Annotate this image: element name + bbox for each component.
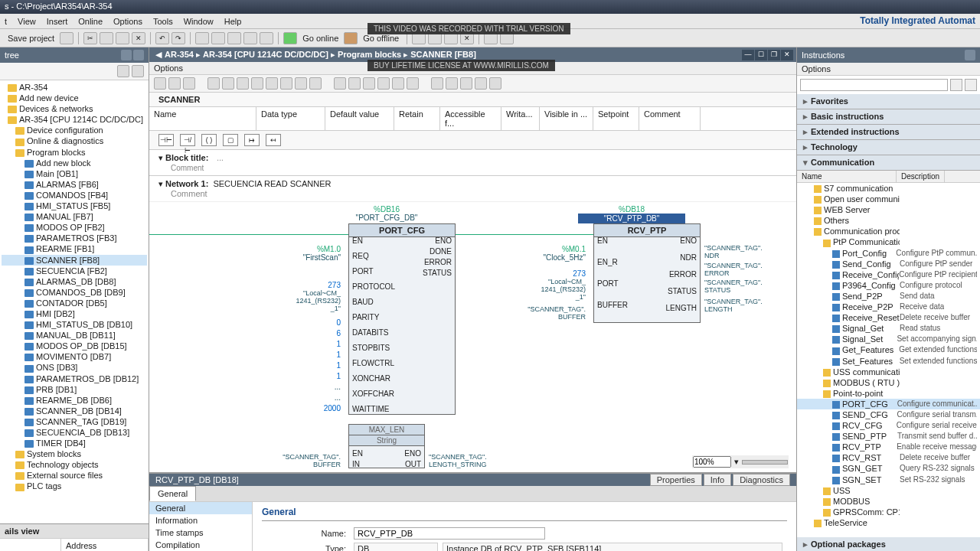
instr-item[interactable]: Get_FeaturesGet extended functions (797, 344, 980, 355)
tree-item[interactable]: ALARMAS_DB [DB8] (2, 276, 147, 287)
fb2-db-name[interactable]: "RCV_PTP_DB" (578, 214, 685, 223)
fb-port-cfg[interactable]: PORT_CFG ENREQPORTPROTOCOLBAUDPARITYDATA… (348, 223, 456, 415)
instr-item[interactable]: Set_FeaturesSet extended functions (797, 356, 980, 367)
box-icon[interactable]: ▢ (223, 134, 238, 146)
et3-icon[interactable] (183, 77, 195, 90)
tree-tool2-icon[interactable] (132, 65, 144, 77)
instr-section[interactable]: ▸Technology (797, 140, 980, 155)
inspector-tab[interactable]: Info (704, 474, 731, 486)
tree-item[interactable]: PARAMETROS_DB [DB12] (2, 373, 147, 384)
tree-item[interactable]: AR-354 [CPU 1214C DC/DC/DC] (2, 114, 147, 125)
instr-section[interactable]: ▸Extended instructions (797, 125, 980, 140)
tree-item[interactable]: PRB [DB1] (2, 384, 147, 395)
tree-item[interactable]: ONS [DB3] (2, 362, 147, 373)
tree-item[interactable]: Devices & networks (2, 103, 147, 114)
instr-item[interactable]: Send_ConfigConfigure PtP sender (797, 259, 980, 269)
inspector-nav-item[interactable]: Time stamps (149, 527, 252, 539)
instructions-options[interactable]: Options (797, 63, 980, 76)
inspector-nav[interactable]: GeneralInformationTime stampsCompilation… (149, 502, 253, 551)
zoom-control[interactable]: ▾ (692, 455, 789, 468)
instr-item[interactable]: USS communication (797, 367, 980, 377)
contact-no-icon[interactable]: ⊣⊢ (158, 134, 174, 146)
et1-icon[interactable] (154, 77, 166, 90)
coil-icon[interactable]: ( ) (201, 134, 217, 146)
instr-item[interactable]: TeleService (797, 517, 980, 528)
tree-item[interactable]: TIMER [DB4] (2, 438, 147, 448)
instr-item[interactable]: RCV_RSTDelete receive buffer (797, 452, 980, 463)
instr-item[interactable]: USS (797, 485, 980, 496)
instructions-tree[interactable]: S7 communicationOpen user communicati...… (797, 183, 980, 537)
instr-item[interactable]: Send_P2PSend data (797, 291, 980, 302)
inspector-tab[interactable]: Properties (650, 474, 702, 486)
optional-packages[interactable]: ▸Optional packages (797, 537, 980, 551)
menu-insert[interactable]: Insert (47, 17, 68, 26)
et7-icon[interactable] (251, 77, 263, 90)
et12-icon[interactable] (334, 77, 346, 90)
et22-icon[interactable] (489, 77, 501, 90)
tree-item[interactable]: SCANNER [FB8] (2, 255, 147, 266)
instr-item[interactable]: Open user communicati... (797, 194, 980, 204)
go-offline-icon[interactable] (344, 32, 358, 44)
tree-item[interactable]: Program blocks (2, 147, 147, 158)
instr-item[interactable]: P3964_ConfigConfigure protocol (797, 280, 980, 291)
tb2-icon[interactable] (211, 32, 225, 44)
tree-item[interactable]: External source files (2, 470, 147, 481)
instr-item[interactable]: SEND_CFGConfigure serial transm.. (797, 409, 980, 420)
instr-item[interactable]: Point-to-point (797, 388, 980, 399)
instructions-search[interactable] (800, 79, 948, 91)
tree-item[interactable]: MOVIMENTO [DB7] (2, 351, 147, 362)
name-field[interactable] (354, 527, 545, 540)
crumb-nav-left-icon[interactable]: ◀ (155, 50, 162, 60)
tb1-icon[interactable] (195, 32, 209, 44)
tree-item[interactable]: PLC tags (2, 481, 147, 491)
tree-item[interactable]: CONTADOR [DB5] (2, 298, 147, 308)
et20-icon[interactable] (460, 77, 472, 90)
go-online-icon[interactable] (283, 32, 297, 44)
inspector-nav-item[interactable]: Compilation (149, 539, 252, 551)
inspector-nav-item[interactable]: Information (149, 514, 252, 527)
et11-icon[interactable] (309, 77, 322, 90)
instr-item[interactable]: Signal_SetSet accompanying sign.. (797, 334, 980, 344)
menu-tools[interactable]: Tools (153, 17, 173, 26)
et13-icon[interactable] (348, 77, 361, 90)
menu-t[interactable]: t (5, 17, 7, 26)
et4-icon[interactable] (207, 77, 220, 90)
cut-icon[interactable]: ✂ (83, 32, 97, 44)
tree-item[interactable]: System blocks (2, 448, 147, 459)
contact-nc-icon[interactable]: ⊣/⊢ (180, 134, 195, 146)
tree-item[interactable]: HMI_STATUS_DB [DB10] (2, 319, 147, 330)
ladder-canvas[interactable]: %DB16 "PORT_CFG_DB" PORT_CFG ENREQPORTPR… (149, 202, 796, 472)
r-collapse-icon[interactable] (965, 50, 975, 60)
instr-section[interactable]: ▾Communication (797, 155, 980, 171)
instr-item[interactable]: GPRSComm: CP1242-7 (797, 507, 980, 517)
instr-item[interactable]: Receive_ResetDelete receive buffer (797, 312, 980, 323)
tree-item[interactable]: HMI_STATUS [FB5] (2, 201, 147, 211)
tree-item[interactable]: Online & diagnostics (2, 135, 147, 146)
fb-rcv-ptp[interactable]: RCV_PTP ENEN_RPORTBUFFERENONDRERRORSTATU… (593, 223, 701, 323)
tree-item[interactable]: MANUAL [FB7] (2, 211, 147, 222)
save-project-button[interactable]: Save project (5, 34, 57, 43)
tree-root[interactable]: AR-354 (2, 82, 147, 93)
instr-item[interactable]: Others (797, 215, 980, 226)
instr-item[interactable]: S7 communication (797, 183, 980, 194)
et5-icon[interactable] (222, 77, 234, 90)
tree-item[interactable]: ALARMAS [FB6] (2, 179, 147, 190)
instr-item[interactable]: Signal_GetRead status (797, 323, 980, 334)
tree-item[interactable]: REARME_DB [DB6] (2, 395, 147, 406)
branch-open-icon[interactable]: ↦ (244, 134, 260, 146)
et2-icon[interactable] (168, 77, 181, 90)
undo-icon[interactable]: ↶ (155, 32, 169, 44)
et8-icon[interactable] (266, 77, 278, 90)
et17-icon[interactable] (407, 77, 419, 90)
et14-icon[interactable] (363, 77, 375, 90)
tree-item[interactable]: HMI [DB2] (2, 308, 147, 319)
restore-icon[interactable]: ❐ (768, 50, 780, 60)
instr-item[interactable]: Communication processor (797, 226, 980, 236)
tree-item[interactable]: SCANNER_DB [DB14] (2, 406, 147, 416)
network-header[interactable]: ▾ Network 1: SECUENCIA READ SCANNER Comm… (149, 176, 796, 202)
tree-item[interactable]: SCANNER_TAG [DB19] (2, 416, 147, 427)
zoom-input[interactable] (693, 456, 731, 468)
et16-icon[interactable] (392, 77, 404, 90)
instr-item[interactable]: SGN_SETSet RS-232 signals (797, 474, 980, 485)
et18-icon[interactable] (431, 77, 443, 90)
